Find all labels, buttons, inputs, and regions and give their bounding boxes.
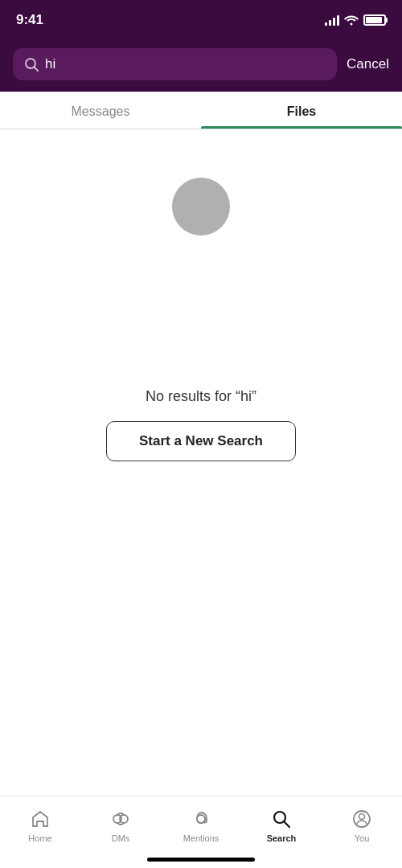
no-results-container: No results for “hi” Start a New Search — [106, 388, 296, 461]
nav-item-home[interactable]: Home — [0, 805, 80, 843]
nav-item-you[interactable]: You — [322, 805, 402, 843]
tab-messages[interactable]: Messages — [0, 92, 201, 129]
status-time: 9:41 — [16, 12, 43, 28]
nav-label-dms: DMs — [112, 833, 130, 843]
svg-point-0 — [26, 59, 35, 68]
nav-item-mentions[interactable]: Mentions — [161, 805, 241, 843]
home-icon — [29, 808, 51, 830]
nav-label-you: You — [355, 833, 370, 843]
no-results-text: No results for “hi” — [146, 388, 256, 405]
status-bar: 9:41 — [0, 0, 402, 40]
tabs: Messages Files — [0, 92, 402, 129]
mentions-icon — [190, 808, 212, 830]
search-icon — [24, 57, 39, 72]
nav-label-search: Search — [267, 833, 297, 843]
new-search-button[interactable]: Start a New Search — [106, 421, 296, 461]
cancel-button[interactable]: Cancel — [347, 56, 389, 72]
svg-point-6 — [359, 814, 365, 820]
tab-files[interactable]: Files — [201, 92, 402, 129]
search-header: Cancel — [0, 40, 402, 92]
nav-label-mentions: Mentions — [183, 833, 219, 843]
wifi-icon — [344, 14, 359, 26]
home-indicator — [147, 858, 255, 862]
nav-item-dms[interactable]: DMs — [80, 805, 161, 843]
nav-label-home: Home — [28, 833, 51, 843]
search-input[interactable] — [45, 56, 326, 72]
avatar-placeholder — [172, 178, 230, 235]
status-icons — [325, 14, 386, 26]
main-content: No results for “hi” Start a New Search — [0, 129, 402, 786]
search-input-wrapper[interactable] — [13, 48, 337, 80]
nav-item-search[interactable]: Search — [241, 805, 322, 843]
you-icon — [351, 808, 373, 830]
search-nav-icon — [270, 808, 293, 830]
signal-icon — [325, 14, 339, 26]
dms-icon — [109, 808, 132, 830]
battery-icon — [363, 14, 386, 26]
